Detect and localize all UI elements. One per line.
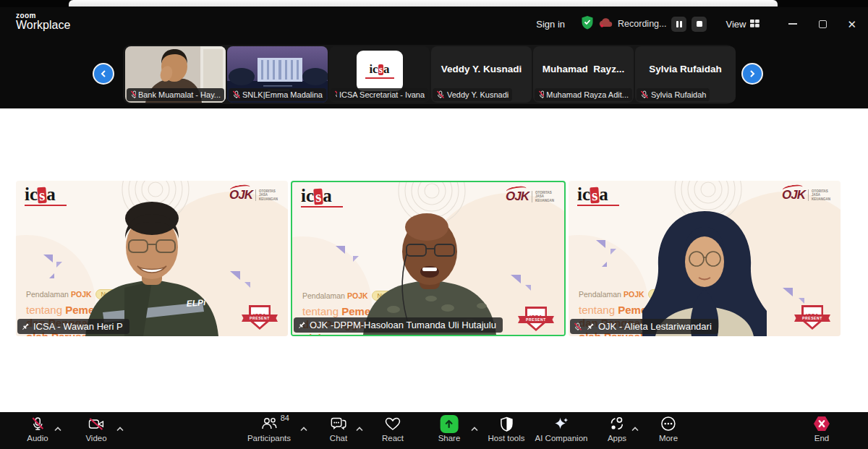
participant-name-label: OJK -DPPM-Hasoloan Tumanda Uli Hutajulu xyxy=(294,317,503,333)
heart-icon xyxy=(385,417,401,431)
meeting-toolbar: Audio Video 84 Participants Chat React xyxy=(0,412,868,449)
sign-in-button[interactable]: Sign in xyxy=(536,19,565,30)
pin-icon xyxy=(586,322,595,331)
end-meeting-button[interactable]: End xyxy=(812,415,831,442)
stop-icon xyxy=(697,21,703,27)
filmstrip-prev-button[interactable] xyxy=(93,63,114,85)
audio-button[interactable]: Audio xyxy=(27,415,48,442)
participant-display-name: Muhamad Rayz... xyxy=(533,64,634,74)
thumbnail-snlk-emma[interactable]: SNLK|Emma Madalina xyxy=(227,46,328,103)
chat-options-caret[interactable] xyxy=(356,422,364,435)
participants-icon xyxy=(260,416,278,431)
participant-name-label: SNLK|Emma Madalina xyxy=(229,88,326,101)
muted-mic-icon xyxy=(130,90,136,99)
muted-mic-icon xyxy=(436,90,445,99)
icsa-logo-card: icsa xyxy=(357,51,403,91)
participant-person: ELPi xyxy=(16,181,288,336)
share-button[interactable]: Share xyxy=(438,415,461,442)
video-options-caret[interactable] xyxy=(116,422,124,435)
chevron-right-icon xyxy=(748,69,757,78)
pause-icon xyxy=(676,21,678,27)
zoom-titlebar: zoom Workplace Sign in Recording... View xyxy=(0,7,868,40)
background-window-strip xyxy=(0,0,868,7)
shield-check-icon xyxy=(581,15,594,33)
maximize-button[interactable] xyxy=(819,20,827,28)
zoom-workplace-logo: zoom Workplace xyxy=(16,12,70,32)
audio-options-caret[interactable] xyxy=(54,422,62,435)
shield-icon xyxy=(499,416,514,432)
more-dots-icon xyxy=(660,416,676,432)
video-tile-alieta[interactable]: icsa OJK OTORITASJASAKEUANGAN Pendalaman… xyxy=(569,181,841,336)
more-button[interactable]: More xyxy=(659,415,678,442)
video-tile-hasoloan-active-speaker[interactable]: icsa OJK OTORITASJASAKEUANGAN Pendalaman… xyxy=(291,181,566,336)
apps-button[interactable]: Apps xyxy=(608,415,626,442)
muted-mic-icon xyxy=(538,90,544,99)
participant-display-name: Veddy Y. Kusnadi xyxy=(431,64,532,74)
muted-mic-icon xyxy=(30,416,45,431)
participant-name-label: Muhamad Rayza Adit... xyxy=(535,88,632,101)
filmstrip-region: Bank Muamalat - Hay... SNLK|Emma Madalin… xyxy=(0,40,868,108)
gallery-grid-icon xyxy=(750,17,760,30)
ai-companion-button[interactable]: AI Companion xyxy=(535,415,588,442)
participants-options-caret[interactable] xyxy=(300,422,308,435)
workplace-logo-text: Workplace xyxy=(16,19,70,32)
chat-icon xyxy=(330,416,346,431)
close-button[interactable]: ✕ xyxy=(847,19,856,30)
thumbnail-bank-muamalat[interactable]: Bank Muamalat - Hay... xyxy=(125,46,226,103)
filmstrip-panel: Bank Muamalat - Hay... SNLK|Emma Madalin… xyxy=(123,45,734,104)
minimize-button[interactable] xyxy=(788,23,797,25)
chevron-left-icon xyxy=(99,69,108,78)
filmstrip-next-button[interactable] xyxy=(741,63,763,85)
share-options-caret[interactable] xyxy=(471,422,479,435)
participant-name-label: Bank Muamalat - Hay... xyxy=(127,88,224,101)
participants-button[interactable]: 84 Participants xyxy=(247,415,291,442)
ai-sparkle-icon xyxy=(553,416,569,432)
apps-icon xyxy=(609,416,625,432)
recording-status-text: Recording... xyxy=(618,19,666,29)
participant-person xyxy=(292,181,566,335)
pin-icon xyxy=(21,322,30,331)
recording-cloud-icon xyxy=(599,17,613,30)
participants-count: 84 xyxy=(281,414,289,422)
muted-camera-icon xyxy=(88,417,104,430)
thumbnail-veddy[interactable]: Veddy Y. Kusnadi Veddy Y. Kusnadi xyxy=(431,46,532,103)
pin-icon xyxy=(297,321,306,330)
share-screen-icon xyxy=(441,415,459,433)
participant-name-label: ICSA Secretariat - Ivana xyxy=(331,88,428,101)
muted-mic-icon xyxy=(334,90,337,99)
participant-name-label: OJK - Alieta Lestariwandari xyxy=(570,319,718,334)
participant-person xyxy=(569,181,841,336)
host-tools-button[interactable]: Host tools xyxy=(488,415,524,442)
participant-display-name: Sylvia Rufaidah xyxy=(635,64,736,74)
muted-mic-icon xyxy=(574,322,582,331)
meeting-main-area: icsa OJK OTORITASJASAKEUANGAN Pendalaman… xyxy=(0,108,868,412)
react-button[interactable]: React xyxy=(382,415,404,442)
background-window-edge xyxy=(69,0,778,7)
apps-options-caret[interactable] xyxy=(631,422,639,435)
muted-mic-icon xyxy=(232,90,240,99)
chat-button[interactable]: Chat xyxy=(330,415,347,442)
participant-name-label: ICSA - Wawan Heri P xyxy=(17,319,129,334)
view-button[interactable]: View xyxy=(726,17,760,30)
thumbnail-icsa-secretariat[interactable]: icsa ICSA Secretariat - Ivana xyxy=(329,46,430,103)
participant-name-label: Veddy Y. Kusnadi xyxy=(433,88,512,101)
svg-text:ELPi: ELPi xyxy=(186,297,206,309)
participant-name-label: Sylvia Rufaidah xyxy=(637,88,710,101)
muted-mic-icon xyxy=(640,90,649,99)
stop-recording-button[interactable] xyxy=(692,17,707,32)
video-button[interactable]: Video xyxy=(85,415,106,442)
pause-recording-button[interactable] xyxy=(671,17,686,32)
icsa-logo: icsa xyxy=(369,63,389,76)
video-tile-wawan[interactable]: icsa OJK OTORITASJASAKEUANGAN Pendalaman… xyxy=(16,181,288,336)
thumbnail-muhamad-rayza[interactable]: Muhamad Rayz... Muhamad Rayza Adit... xyxy=(533,46,634,103)
thumbnail-sylvia[interactable]: Sylvia Rufaidah Sylvia Rufaidah xyxy=(635,46,736,103)
end-hexagon-icon xyxy=(812,415,831,432)
